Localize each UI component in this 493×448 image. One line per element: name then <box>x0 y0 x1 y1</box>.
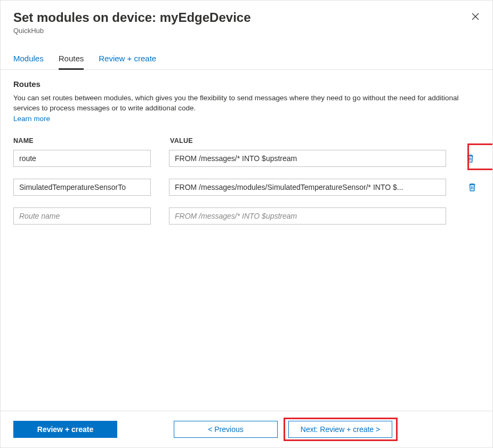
route-value-input[interactable] <box>169 150 446 167</box>
tab-bar: Modules Routes Review + create <box>1 39 492 70</box>
route-name-input[interactable] <box>13 179 151 196</box>
tab-review-create[interactable]: Review + create <box>99 54 156 70</box>
trash-icon <box>467 182 477 192</box>
footer-bar: Review + create < Previous Next: Review … <box>1 411 492 447</box>
page-title: Set modules on device: myEdgeDevice <box>13 10 480 26</box>
learn-more-link[interactable]: Learn more <box>13 115 50 123</box>
table-row <box>13 150 480 167</box>
delete-route-button[interactable] <box>464 153 476 164</box>
close-icon <box>471 12 480 21</box>
table-row <box>13 207 480 225</box>
delete-route-button[interactable] <box>466 181 478 193</box>
route-value-input[interactable] <box>169 179 446 196</box>
next-button[interactable]: Next: Review + create > <box>288 421 392 438</box>
column-header-name: NAME <box>13 137 152 145</box>
column-header-value: VALUE <box>170 137 480 145</box>
tab-modules[interactable]: Modules <box>13 54 44 70</box>
section-description: You can set routes between modules, whic… <box>13 93 472 114</box>
table-row <box>13 179 480 196</box>
previous-button[interactable]: < Previous <box>174 421 278 438</box>
hub-name: QuickHub <box>13 27 480 35</box>
section-title: Routes <box>13 79 480 89</box>
close-button[interactable] <box>471 12 482 23</box>
route-value-input[interactable] <box>169 207 446 225</box>
route-name-input[interactable] <box>13 150 151 167</box>
tab-routes[interactable]: Routes <box>59 54 84 70</box>
trash-icon <box>465 154 475 163</box>
route-name-input[interactable] <box>13 207 151 225</box>
review-create-button[interactable]: Review + create <box>13 421 117 438</box>
